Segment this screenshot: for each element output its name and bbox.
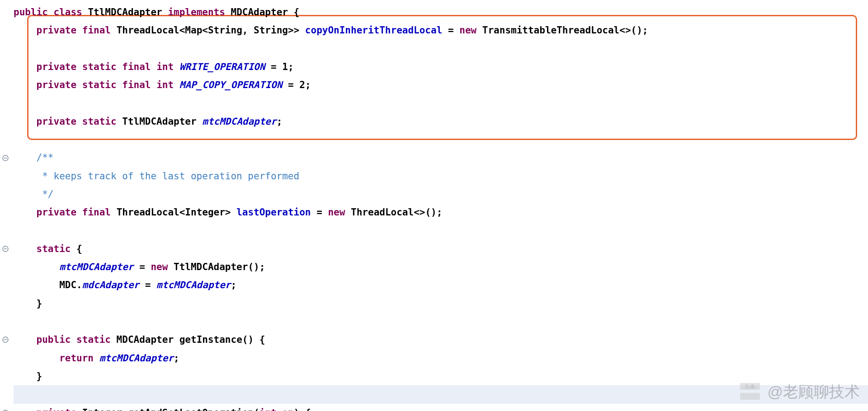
- code-line[interactable]: }: [14, 294, 868, 313]
- code-line[interactable]: private static final int WRITE_OPERATION…: [14, 58, 868, 76]
- fold-icon[interactable]: [0, 331, 11, 349]
- code-line[interactable]: mtcMDCAdapter = new TtlMDCAdapter();: [14, 258, 868, 276]
- code-line[interactable]: private static TtlMDCAdapter mtcMDCAdapt…: [14, 112, 868, 131]
- code-line[interactable]: public class TtlMDCAdapter implements MD…: [14, 3, 868, 21]
- code-line[interactable]: */: [14, 185, 868, 203]
- code-line[interactable]: private Integer getAndSetLastOperation(i…: [14, 404, 868, 411]
- code-line[interactable]: * keeps track of the last operation perf…: [14, 167, 868, 185]
- fold-icon[interactable]: [0, 404, 11, 411]
- code-line[interactable]: public static MDCAdapter getInstance() {: [14, 331, 868, 349]
- code-line[interactable]: private final ThreadLocal<Map<String, St…: [14, 21, 868, 39]
- fold-icon[interactable]: [0, 149, 11, 167]
- code-line[interactable]: [14, 94, 868, 112]
- editor-gutter: [0, 0, 11, 411]
- code-line[interactable]: private static final int MAP_COPY_OPERAT…: [14, 76, 868, 94]
- code-line[interactable]: [14, 313, 868, 331]
- fold-icon[interactable]: [0, 240, 11, 258]
- code-line[interactable]: MDC.mdcAdapter = mtcMDCAdapter;: [14, 276, 868, 294]
- code-line[interactable]: [14, 40, 868, 58]
- code-line-current[interactable]: [14, 385, 868, 403]
- code-line[interactable]: [14, 131, 868, 149]
- code-editor[interactable]: public class TtlMDCAdapter implements MD…: [11, 0, 868, 411]
- code-line[interactable]: private final ThreadLocal<Integer> lastO…: [14, 203, 868, 221]
- code-line[interactable]: static {: [14, 240, 868, 258]
- code-line[interactable]: return mtcMDCAdapter;: [14, 349, 868, 367]
- code-line[interactable]: [14, 222, 868, 240]
- code-line[interactable]: /**: [14, 149, 868, 167]
- code-line[interactable]: }: [14, 367, 868, 385]
